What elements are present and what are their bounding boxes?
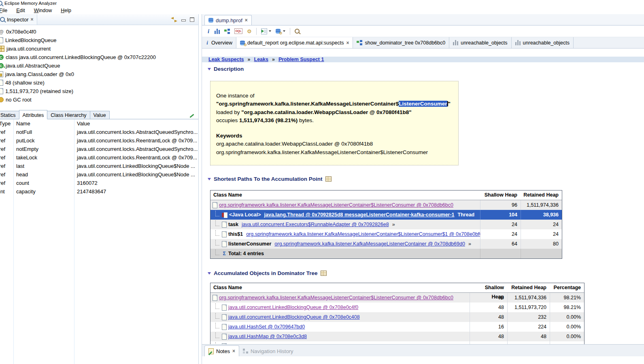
col-name[interactable]: Name [14,119,74,128]
section-shortest-paths[interactable]: Shortest Paths To the Accumulation Point [208,176,644,182]
object-link[interactable]: java.util.concurrent.Executors$RunnableA… [242,222,389,227]
table-icon[interactable] [321,271,327,276]
close-icon[interactable] [30,17,33,22]
notes-content[interactable] [202,356,644,364]
tab-statics[interactable]: Statics [0,111,19,119]
section-description[interactable]: Description [208,66,644,72]
col-percentage[interactable]: Percentage [550,283,584,293]
inspector-tab[interactable]: Inspector [0,14,37,25]
tab-class-hierarchy[interactable]: Class Hierarchy [47,111,90,119]
tab-show-dominator-tree[interactable]: show_dominator_tree 0x708db6bc0 [353,37,449,48]
object-link[interactable]: java.util.concurrent.LinkedBlockingQueue… [228,305,358,310]
menu-window[interactable]: Window [34,8,52,13]
table-row[interactable]: reftakeLockjava.util.concurrent.locks.Re… [0,153,198,162]
breadcrumb-leak-suspects[interactable]: Leak Suspects [208,57,244,62]
tab-value[interactable]: Value [90,111,110,119]
tree-item-shallow-size[interactable]: 48 (shallow size) [0,78,198,87]
minimize-icon[interactable] [181,19,186,21]
tree-item-class[interactable]: class java.util.concurrent.LinkedBlockin… [0,53,198,61]
expand-arrow[interactable]: » [468,241,471,247]
cell-type: ref [0,179,14,187]
breadcrumb-leaks[interactable]: Leaks [254,57,268,62]
col-retained-heap[interactable]: Retained Heap [521,190,562,200]
close-icon[interactable] [245,18,248,23]
tree-item-address[interactable]: 0x708e0c4f0 [0,28,198,36]
tree-item-package[interactable]: java.util.concurrent [0,44,198,53]
table-row[interactable]: refcount3160072 [0,179,198,187]
table-row[interactable]: org.springframework.kafka.listener.Kafka… [210,341,584,344]
breadcrumb-problem-suspect-1[interactable]: Problem Suspect 1 [278,57,324,62]
object-link[interactable]: org.springframework.kafka.listener.Kafka… [246,231,480,237]
object-link[interactable]: java.lang.Thread @ 0x7092825d8 messageLi… [264,212,455,218]
table-row[interactable]: intcapacity2147483647 [0,187,198,196]
table-row[interactable]: org.springframework.kafka.listener.Kafka… [210,293,584,303]
editor-tab-dump-hprof[interactable]: dump.hprof [204,15,252,25]
table-row-selected[interactable]: <Java Local>java.lang.Thread @ 0x7092825… [210,210,562,220]
tab-unreachable-objects-1[interactable]: unreachable_objects [449,37,511,48]
tree-item-gc-root[interactable]: no GC root [0,95,198,104]
collapse-triangle-icon[interactable] [208,272,211,275]
tab-overview[interactable]: Overview [202,37,236,48]
dropdown-arrow-icon[interactable] [283,30,285,32]
object-link[interactable]: java.util.HashMap @ 0x708e0c3d8 [228,334,307,339]
histogram-icon[interactable] [215,29,220,34]
search-icon[interactable] [295,29,300,34]
heap-query-button[interactable] [276,29,285,34]
col-value[interactable]: Value [74,119,198,128]
close-icon[interactable] [346,40,349,45]
object-link[interactable]: org.springframework.kafka.listener.Kafka… [219,295,453,301]
dominator-tree-icon[interactable] [224,29,230,34]
col-shallow-heap[interactable]: Shallow Heap [470,283,507,293]
object-link[interactable]: java.util.concurrent.LinkedBlockingQueue… [228,314,360,320]
table-row[interactable]: reflastjava.util.concurrent.LinkedBlocki… [0,162,198,170]
table-row[interactable]: taskjava.util.concurrent.Executors$Runna… [210,220,562,229]
tab-unreachable-objects-2[interactable]: unreachable_objects [512,37,574,48]
col-type[interactable]: Type [0,119,14,128]
object-link[interactable]: org.springframework.kafka.listener.Kafka… [228,343,470,344]
collapse-triangle-icon[interactable] [208,178,211,180]
oql-icon[interactable] [234,28,242,34]
table-row[interactable]: java.util.concurrent.LinkedBlockingQueue… [210,312,584,322]
tree-item-classloader[interactable]: java.lang.ClassLoader @ 0x0 [0,70,198,78]
object-link[interactable]: org.springframework.kafka.listener.Kafka… [219,202,453,208]
maximize-icon[interactable] [190,17,194,22]
tree-item-superclass[interactable]: java.util.AbstractQueue [0,61,198,70]
tab-attributes[interactable]: Attributes [19,110,48,119]
table-icon[interactable] [325,176,332,182]
tab-notes[interactable]: Notes [204,345,239,356]
table-row[interactable]: refputLockjava.util.concurrent.locks.Ree… [0,136,198,145]
table-row[interactable]: java.util.HashSet @ 0x709647bd0 16 224 0… [210,322,584,332]
tab-navigation-history[interactable]: Navigation History [239,346,297,356]
collapse-triangle-icon[interactable] [208,68,211,70]
table-row[interactable]: java.util.HashMap @ 0x708e0c3d8 48 48 0.… [210,332,584,341]
menu-help[interactable]: Help [61,8,71,13]
sash-splitter[interactable] [198,14,202,364]
section-accumulated-objects[interactable]: Accumulated Objects in Dominator Tree [208,270,644,276]
tree-item-retained-size[interactable]: 1,511,973,720 (retained size) [0,87,198,95]
expand-arrow[interactable]: » [392,222,395,227]
col-shallow-heap[interactable]: Shallow Heap [480,190,521,200]
object-link[interactable]: org.springframework.kafka.listener.Kafka… [274,241,465,247]
link-with-snapshot-icon[interactable] [171,17,177,22]
tree-item-class-name[interactable]: LinkedBlockingQueue [0,36,198,44]
run-expert-report-button[interactable] [261,28,271,34]
col-class-name[interactable]: Class Name [210,190,480,200]
table-row[interactable]: java.util.concurrent.LinkedBlockingQueue… [210,303,584,312]
menu-file[interactable]: File [0,8,7,13]
col-class-name[interactable]: Class Name [210,283,470,293]
menu-edit[interactable]: Edit [16,8,25,13]
tab-default-report[interactable]: default_report org.eclipse.mat.api:suspe… [236,37,353,48]
dropdown-arrow-icon[interactable] [269,30,271,32]
table-row[interactable]: this$1org.springframework.kafka.listener… [210,229,562,239]
table-row[interactable]: refheadjava.util.concurrent.LinkedBlocki… [0,170,198,179]
close-icon[interactable] [232,349,235,353]
table-row[interactable]: refnotEmptyjava.util.concurrent.locks.Ab… [0,145,198,153]
pencil-icon[interactable] [189,114,194,118]
table-row[interactable]: org.springframework.kafka.listener.Kafka… [210,200,562,210]
object-link[interactable]: java.util.HashSet @ 0x709647bd0 [228,324,305,330]
table-row[interactable]: refnotFulljava.util.concurrent.locks.Abs… [0,128,198,136]
overview-icon[interactable] [207,29,210,34]
thread-overview-icon[interactable] [247,29,252,34]
col-retained-heap[interactable]: Retained Heap [507,283,550,293]
table-row[interactable]: listenerConsumerorg.springframework.kafk… [210,239,562,249]
